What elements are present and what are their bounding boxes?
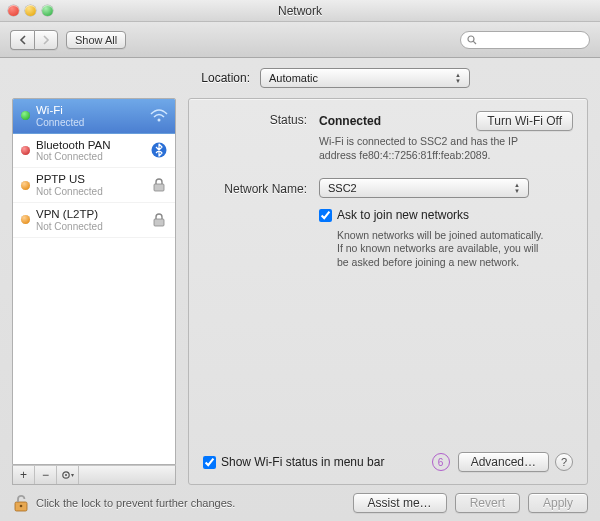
location-row: Location: Automatic ▲▼	[12, 68, 588, 88]
sidebar-item-status: Not Connected	[36, 151, 143, 162]
toolbar: Show All	[0, 22, 600, 58]
status-dot-icon	[21, 215, 30, 224]
gear-icon	[61, 469, 75, 481]
show-status-label: Show Wi-Fi status in menu bar	[221, 455, 384, 469]
sidebar: Wi-Fi Connected Bluetooth PAN Not Connec…	[12, 98, 176, 485]
ask-join-row: Ask to join new networks Known networks …	[203, 208, 573, 269]
search-field[interactable]	[460, 31, 590, 49]
show-status-checkbox[interactable]: Show Wi-Fi status in menu bar	[203, 455, 384, 469]
sidebar-footer: + −	[12, 465, 176, 485]
window-title: Network	[0, 4, 600, 18]
popup-arrows-icon: ▲▼	[510, 180, 524, 196]
close-window-button[interactable]	[8, 5, 19, 16]
svg-rect-4	[154, 184, 164, 191]
popup-arrows-icon: ▲▼	[451, 70, 465, 86]
sidebar-item-name: Wi-Fi	[36, 104, 143, 117]
nav-back-forward	[10, 30, 58, 50]
sidebar-item-name: PPTP US	[36, 173, 143, 186]
status-dot-icon	[21, 146, 30, 155]
window-controls	[8, 5, 53, 16]
sidebar-item-bluetooth[interactable]: Bluetooth PAN Not Connected	[13, 134, 175, 169]
svg-line-1	[473, 41, 476, 44]
svg-point-7	[65, 474, 67, 476]
step-callout: 6	[432, 453, 450, 471]
status-dot-icon	[21, 181, 30, 190]
bluetooth-icon	[149, 142, 169, 158]
lock-text: Click the lock to prevent further change…	[36, 497, 235, 509]
network-name-label: Network Name:	[203, 180, 307, 196]
sidebar-item-name: VPN (L2TP)	[36, 208, 143, 221]
location-value: Automatic	[269, 72, 318, 84]
ask-join-checkbox-input[interactable]	[319, 209, 332, 222]
search-icon	[467, 35, 477, 45]
interface-list: Wi-Fi Connected Bluetooth PAN Not Connec…	[12, 98, 176, 465]
status-dot-icon	[21, 111, 30, 120]
help-button[interactable]: ?	[555, 453, 573, 471]
sidebar-item-status: Connected	[36, 117, 143, 128]
window-footer: Click the lock to prevent further change…	[12, 493, 588, 513]
turn-wifi-off-button[interactable]: Turn Wi-Fi Off	[476, 111, 573, 131]
svg-point-9	[20, 505, 23, 508]
network-name-row: Network Name: SSC2 ▲▼	[203, 178, 573, 198]
search-input[interactable]	[481, 34, 600, 46]
unlock-icon[interactable]	[12, 493, 30, 513]
advanced-button[interactable]: Advanced…	[458, 452, 549, 472]
action-menu-button[interactable]	[57, 466, 79, 484]
detail-footer: Show Wi-Fi status in menu bar 6 Advanced…	[203, 446, 573, 472]
ask-join-sub-text: Known networks will be joined automatica…	[337, 229, 573, 270]
add-interface-button[interactable]: +	[13, 466, 35, 484]
sidebar-item-status: Not Connected	[36, 221, 143, 232]
svg-point-0	[468, 36, 474, 42]
sidebar-item-status: Not Connected	[36, 186, 143, 197]
sidebar-item-vpn-l2tp[interactable]: VPN (L2TP) Not Connected	[13, 203, 175, 238]
zoom-window-button[interactable]	[42, 5, 53, 16]
network-name-value: SSC2	[328, 182, 357, 194]
show-status-checkbox-input[interactable]	[203, 456, 216, 469]
status-row: Status: Connected Turn Wi-Fi Off Wi-Fi i…	[203, 111, 573, 162]
preference-pane-body: Location: Automatic ▲▼ Wi-Fi Connected	[0, 58, 600, 521]
forward-button[interactable]	[34, 30, 58, 50]
svg-point-2	[158, 118, 161, 121]
location-label: Location:	[130, 71, 250, 85]
status-sub-text: Wi-Fi is connected to SSC2 and has the I…	[319, 135, 573, 162]
show-all-button[interactable]: Show All	[66, 31, 126, 49]
remove-interface-button[interactable]: −	[35, 466, 57, 484]
sidebar-item-pptp[interactable]: PPTP US Not Connected	[13, 168, 175, 203]
ask-join-label: Ask to join new networks	[337, 208, 469, 222]
titlebar: Network	[0, 0, 600, 22]
wifi-icon	[149, 108, 169, 124]
assist-me-button[interactable]: Assist me…	[353, 493, 447, 513]
main-split: Wi-Fi Connected Bluetooth PAN Not Connec…	[12, 98, 588, 485]
status-label: Status:	[203, 111, 307, 127]
revert-button[interactable]: Revert	[455, 493, 520, 513]
lock-icon	[149, 177, 169, 193]
sidebar-item-name: Bluetooth PAN	[36, 139, 143, 152]
minimize-window-button[interactable]	[25, 5, 36, 16]
network-name-popup[interactable]: SSC2 ▲▼	[319, 178, 529, 198]
back-button[interactable]	[10, 30, 34, 50]
apply-button[interactable]: Apply	[528, 493, 588, 513]
detail-pane: Status: Connected Turn Wi-Fi Off Wi-Fi i…	[188, 98, 588, 485]
sidebar-item-wifi[interactable]: Wi-Fi Connected	[13, 99, 175, 134]
status-value: Connected	[319, 114, 381, 128]
svg-rect-5	[154, 219, 164, 226]
lock-icon	[149, 212, 169, 228]
ask-join-checkbox[interactable]: Ask to join new networks	[319, 208, 469, 222]
location-popup[interactable]: Automatic ▲▼	[260, 68, 470, 88]
